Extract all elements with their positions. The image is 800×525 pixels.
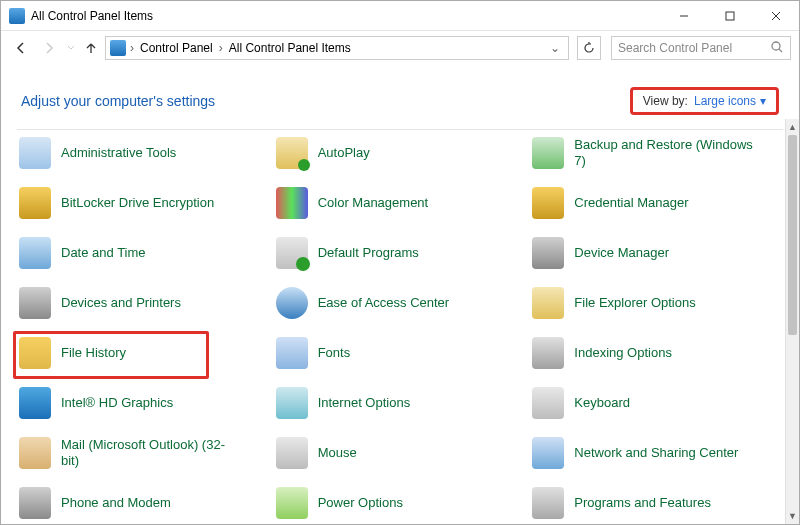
fonts-icon xyxy=(276,337,308,369)
bitlocker-icon xyxy=(19,187,51,219)
chevron-right-icon: › xyxy=(130,41,134,55)
breadcrumb-control-panel[interactable]: Control Panel xyxy=(138,41,215,55)
item-label: Device Manager xyxy=(574,245,669,261)
search-placeholder: Search Control Panel xyxy=(618,41,732,55)
item-label: Ease of Access Center xyxy=(318,295,450,311)
item-label: Indexing Options xyxy=(574,345,672,361)
settings-header: Adjust your computer's settings View by:… xyxy=(1,65,799,123)
item-credential-manager[interactable]: Credential Manager xyxy=(532,185,779,221)
item-label: Phone and Modem xyxy=(61,495,171,511)
intel-graphics-icon xyxy=(19,387,51,419)
item-backup-restore[interactable]: Backup and Restore (Windows 7) xyxy=(532,135,779,171)
item-label: Backup and Restore (Windows 7) xyxy=(574,137,754,168)
item-indexing-options[interactable]: Indexing Options xyxy=(532,335,779,371)
devices-printers-icon xyxy=(19,287,51,319)
items-grid: Administrative Tools AutoPlay Backup and… xyxy=(19,135,779,521)
item-label: Internet Options xyxy=(318,395,411,411)
item-programs-features[interactable]: Programs and Features xyxy=(532,485,779,521)
default-programs-icon xyxy=(276,237,308,269)
navbar: › Control Panel › All Control Panel Item… xyxy=(1,31,799,65)
content-area: Administrative Tools AutoPlay Backup and… xyxy=(1,119,785,524)
item-devices-printers[interactable]: Devices and Printers xyxy=(19,285,266,321)
nav-forward-button[interactable] xyxy=(37,36,61,60)
color-management-icon xyxy=(276,187,308,219)
item-label: Power Options xyxy=(318,495,403,511)
item-autoplay[interactable]: AutoPlay xyxy=(276,135,523,171)
backup-restore-icon xyxy=(532,137,564,169)
item-label: Credential Manager xyxy=(574,195,688,211)
item-keyboard[interactable]: Keyboard xyxy=(532,385,779,421)
file-explorer-options-icon xyxy=(532,287,564,319)
scroll-thumb[interactable] xyxy=(788,135,797,335)
close-button[interactable] xyxy=(753,1,799,31)
item-label: Fonts xyxy=(318,345,351,361)
item-label: Programs and Features xyxy=(574,495,711,511)
chevron-down-icon: ▾ xyxy=(760,94,766,108)
address-bar[interactable]: › Control Panel › All Control Panel Item… xyxy=(105,36,569,60)
item-fonts[interactable]: Fonts xyxy=(276,335,523,371)
network-sharing-icon xyxy=(532,437,564,469)
minimize-button[interactable] xyxy=(661,1,707,31)
item-file-history[interactable]: File History xyxy=(19,335,266,371)
item-label: File History xyxy=(61,345,126,361)
viewby-highlight: View by: Large icons ▾ xyxy=(630,87,779,115)
item-intel-hd-graphics[interactable]: Intel® HD Graphics xyxy=(19,385,266,421)
window-title: All Control Panel Items xyxy=(31,9,153,23)
nav-recent-dropdown[interactable] xyxy=(65,36,77,60)
scrollbar[interactable]: ▲ ▼ xyxy=(785,119,799,524)
nav-up-button[interactable] xyxy=(81,36,101,60)
item-phone-modem[interactable]: Phone and Modem xyxy=(19,485,266,521)
item-bitlocker[interactable]: BitLocker Drive Encryption xyxy=(19,185,266,221)
breadcrumb-all-items[interactable]: All Control Panel Items xyxy=(227,41,353,55)
control-panel-icon xyxy=(110,40,126,56)
item-file-explorer-options[interactable]: File Explorer Options xyxy=(532,285,779,321)
item-default-programs[interactable]: Default Programs xyxy=(276,235,523,271)
item-color-management[interactable]: Color Management xyxy=(276,185,523,221)
app-icon xyxy=(9,8,25,24)
power-options-icon xyxy=(276,487,308,519)
internet-options-icon xyxy=(276,387,308,419)
item-power-options[interactable]: Power Options xyxy=(276,485,523,521)
indexing-options-icon xyxy=(532,337,564,369)
item-label: Default Programs xyxy=(318,245,419,261)
device-manager-icon xyxy=(532,237,564,269)
search-input[interactable]: Search Control Panel xyxy=(611,36,791,60)
item-label: AutoPlay xyxy=(318,145,370,161)
window-controls xyxy=(661,1,799,31)
scroll-down-button[interactable]: ▼ xyxy=(786,508,799,524)
svg-point-4 xyxy=(772,42,780,50)
date-time-icon xyxy=(19,237,51,269)
chevron-right-icon: › xyxy=(219,41,223,55)
item-administrative-tools[interactable]: Administrative Tools xyxy=(19,135,266,171)
scroll-up-button[interactable]: ▲ xyxy=(786,119,799,135)
item-label: Keyboard xyxy=(574,395,630,411)
item-device-manager[interactable]: Device Manager xyxy=(532,235,779,271)
item-date-time[interactable]: Date and Time xyxy=(19,235,266,271)
search-icon xyxy=(770,40,784,57)
item-ease-of-access[interactable]: Ease of Access Center xyxy=(276,285,523,321)
phone-modem-icon xyxy=(19,487,51,519)
refresh-button[interactable] xyxy=(577,36,601,60)
ease-of-access-icon xyxy=(276,287,308,319)
maximize-button[interactable] xyxy=(707,1,753,31)
item-label: Administrative Tools xyxy=(61,145,176,161)
item-label: Intel® HD Graphics xyxy=(61,395,173,411)
item-label: Date and Time xyxy=(61,245,146,261)
item-mouse[interactable]: Mouse xyxy=(276,435,523,471)
nav-back-button[interactable] xyxy=(9,36,33,60)
item-mail[interactable]: Mail (Microsoft Outlook) (32-bit) xyxy=(19,435,266,471)
item-label: BitLocker Drive Encryption xyxy=(61,195,214,211)
svg-rect-1 xyxy=(726,12,734,20)
item-label: Network and Sharing Center xyxy=(574,445,738,461)
svg-line-5 xyxy=(779,49,782,52)
viewby-dropdown[interactable]: Large icons ▾ xyxy=(694,94,766,108)
item-label: Color Management xyxy=(318,195,429,211)
viewby-value: Large icons xyxy=(694,94,756,108)
page-title: Adjust your computer's settings xyxy=(21,93,215,109)
credential-manager-icon xyxy=(532,187,564,219)
item-label: Mouse xyxy=(318,445,357,461)
viewby-label: View by: xyxy=(643,94,688,108)
item-network-sharing[interactable]: Network and Sharing Center xyxy=(532,435,779,471)
item-internet-options[interactable]: Internet Options xyxy=(276,385,523,421)
address-dropdown-icon[interactable]: ⌄ xyxy=(546,41,564,55)
